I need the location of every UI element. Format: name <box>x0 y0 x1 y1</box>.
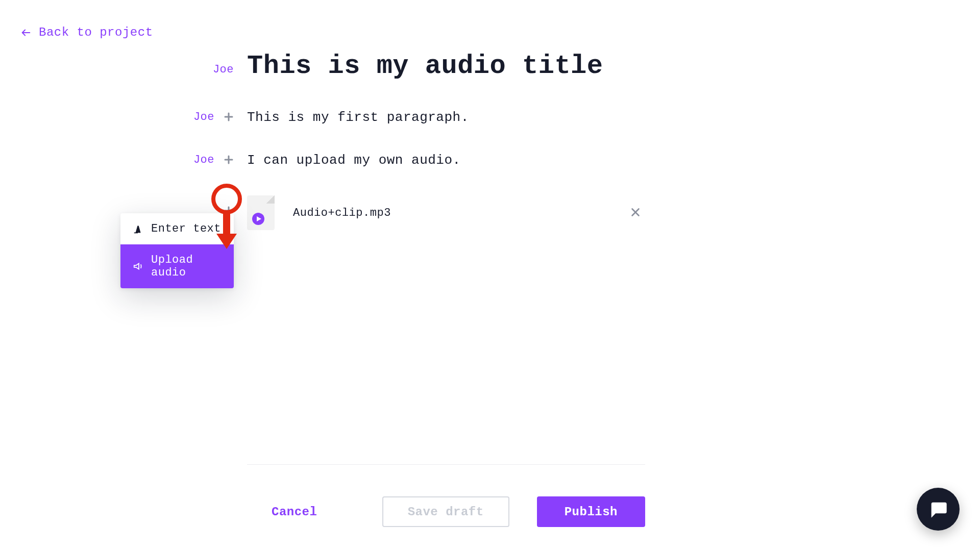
menu-item-label: Upload audio <box>151 254 222 279</box>
add-block-button[interactable] <box>220 109 237 125</box>
play-icon <box>252 213 264 225</box>
chat-widget-button[interactable] <box>917 488 960 531</box>
author-tag-p2: Joe <box>193 154 214 166</box>
add-block-menu: Enter text Upload audio <box>120 213 234 288</box>
chat-bubble-icon <box>928 499 948 519</box>
add-block-button[interactable] <box>220 152 237 168</box>
svg-marker-1 <box>257 216 261 221</box>
paragraph-text[interactable]: This is my first paragraph. <box>247 110 469 125</box>
cancel-button[interactable]: Cancel <box>272 505 317 519</box>
back-label: Back to project <box>39 26 153 39</box>
arrow-left-icon <box>20 27 32 38</box>
page-title[interactable]: This is my audio title <box>247 51 603 81</box>
menu-item-upload-audio[interactable]: Upload audio <box>120 244 234 288</box>
audio-file-thumbnail[interactable] <box>247 195 275 230</box>
back-to-project-link[interactable]: Back to project <box>20 26 153 39</box>
paragraph-text[interactable]: I can upload my own audio. <box>247 153 461 168</box>
publish-button[interactable]: Publish <box>537 496 645 527</box>
audio-file-name: Audio+clip.mp3 <box>293 207 391 219</box>
menu-item-enter-text[interactable]: Enter text <box>120 213 234 244</box>
author-tag-title: Joe <box>213 63 234 76</box>
megaphone-icon <box>133 261 144 272</box>
author-tag-p1: Joe <box>193 111 214 123</box>
save-draft-button[interactable]: Save draft <box>382 496 509 527</box>
menu-item-label: Enter text <box>151 222 221 235</box>
remove-audio-button[interactable] <box>630 207 911 218</box>
text-type-icon <box>133 223 144 235</box>
editor-footer: Cancel Save draft Publish <box>247 464 645 527</box>
